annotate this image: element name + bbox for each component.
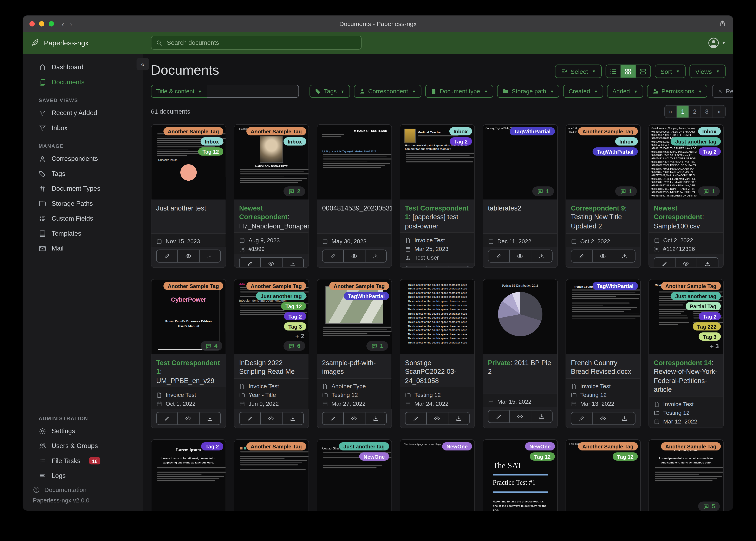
edit-document-button[interactable] [240, 412, 261, 424]
edit-document-button[interactable] [322, 250, 344, 262]
document-card[interactable]: ✻ BANK OF SCOTLAND2,0 % p. a. auf Ihr Ta… [317, 124, 392, 268]
document-thumbnail[interactable]: The SATPractice Test #1Make time to take… [483, 440, 557, 510]
document-card[interactable]: Lorem ipsumLorem ipsum dolor sit amet, c… [151, 439, 226, 511]
tag-chip[interactable]: TagWithPartial [593, 282, 638, 290]
document-thumbnail[interactable]: Lorem ipsumLorem ipsum dolor sit amet, c… [649, 440, 723, 510]
card-correspondent[interactable]: Private [488, 359, 510, 366]
preview-document-button[interactable] [344, 412, 365, 424]
document-thumbnail[interactable]: French Country BreadTagWithPartial [566, 279, 640, 354]
download-document-button[interactable] [200, 412, 220, 424]
document-thumbnail[interactable]: ✻ BANK OF SCOTLAND2,0 % p. a. auf Ihr Ta… [317, 125, 392, 199]
document-thumbnail[interactable]: This is a test for the double space char… [400, 279, 474, 354]
download-document-button[interactable] [365, 250, 386, 262]
edit-document-button[interactable] [157, 250, 178, 262]
card-correspondent[interactable]: Correspondent 14 [654, 359, 712, 366]
edit-document-button[interactable] [405, 412, 427, 424]
page-prev-button[interactable]: « [665, 106, 677, 118]
edit-document-button[interactable] [322, 412, 344, 424]
tag-chip[interactable]: Tag 12 [530, 452, 555, 461]
document-thumbnail[interactable]: Patient BP Distribution 2011 [483, 279, 557, 354]
page-button-3[interactable]: 3 [701, 106, 713, 118]
document-thumbnail[interactable]: Contact Sheet DemoJust another tagNewOne [317, 440, 392, 510]
sidebar-item-settings[interactable]: Settings [23, 423, 143, 438]
document-thumbnail[interactable]: one,1.0 five,5.0Another Sample TagInboxT… [566, 125, 640, 199]
document-thumbnail[interactable]: Lorem ipsumLorem ipsum dolor sit amet, c… [151, 440, 226, 510]
filter-tags[interactable]: Tags▼ [309, 85, 350, 98]
document-card[interactable]: Lorem ipsumLorem ipsum dolor sit amet, c… [649, 439, 724, 511]
sidebar-item-tags[interactable]: Tags [23, 166, 143, 181]
download-document-button[interactable] [200, 250, 220, 262]
document-card[interactable]: Test NameAnother Sample Tag [234, 439, 309, 511]
comment-count-badge[interactable]: 1 [532, 186, 554, 196]
tag-chip[interactable]: Tag 12 [281, 302, 306, 310]
tag-chip[interactable]: Another Sample Tag [578, 127, 638, 136]
tag-chip[interactable]: Inbox [200, 137, 223, 146]
document-card[interactable]: This is a muti page document. Page 1.New… [400, 439, 475, 511]
minimize-window-button[interactable] [39, 21, 44, 26]
download-document-button[interactable] [282, 412, 303, 424]
page-next-button[interactable]: » [713, 106, 725, 118]
preview-document-button[interactable] [676, 258, 697, 268]
sidebar-item-document-types[interactable]: Document Types [23, 181, 143, 196]
card-correspondent[interactable]: Test Correspondent 1 [156, 359, 220, 376]
tag-chip[interactable]: Another Sample Tag [246, 127, 306, 136]
sidebar-item-documentation[interactable]: Documentation [23, 483, 143, 495]
edit-document-button[interactable] [405, 267, 427, 268]
view-mode-list[interactable] [606, 65, 621, 78]
preview-document-button[interactable] [178, 250, 200, 262]
sidebar-item-inbox[interactable]: Inbox [23, 120, 143, 135]
download-document-button[interactable] [531, 410, 552, 422]
document-card[interactable]: The SATPractice Test #1Make time to take… [483, 439, 558, 511]
tag-chip[interactable]: Inbox [283, 137, 306, 146]
download-document-button[interactable] [365, 412, 386, 424]
preview-document-button[interactable] [427, 412, 448, 424]
sidebar-collapse-button[interactable]: « [136, 58, 149, 70]
comment-count-badge[interactable]: 1 [698, 186, 720, 196]
tag-chip[interactable]: TagWithPartial [510, 127, 555, 136]
document-thumbnail[interactable]: Another Sample TagTagWithPartial1 [317, 279, 392, 354]
page-button-2[interactable]: 2 [689, 106, 701, 118]
document-thumbnail[interactable]: Adobe Acrobat PDF FilesCupcake ipsumAnot… [151, 125, 226, 199]
tag-chip[interactable]: Another Sample Tag [246, 282, 306, 290]
preview-document-button[interactable] [261, 258, 282, 268]
download-document-button[interactable] [282, 258, 303, 268]
preview-document-button[interactable] [344, 250, 365, 262]
sidebar-item-file-tasks[interactable]: File Tasks16 [23, 453, 143, 468]
view-mode-detail[interactable] [636, 65, 650, 78]
preview-document-button[interactable] [593, 250, 614, 262]
document-card[interactable]: Medical TeacherHas the new Kirkpatrick g… [400, 124, 475, 268]
tag-chip[interactable]: Tag 12 [613, 452, 638, 461]
tag-chip[interactable]: Inbox [698, 127, 721, 136]
document-card[interactable]: This is a test for the double space char… [400, 279, 475, 428]
card-correspondent[interactable]: Newest Correspondent [654, 204, 702, 221]
tag-chip[interactable]: Just another tag [671, 292, 721, 300]
tag-chip[interactable]: Another Sample Tag [578, 442, 638, 450]
document-card[interactable]: Adobe Acrobat PDF FilesCupcake ipsumAnot… [151, 124, 226, 268]
tag-chip[interactable]: Tag 2 [699, 312, 721, 320]
document-thumbnail[interactable]: Country,Region/State,“Country,RegionTagW… [483, 125, 557, 199]
account-menu[interactable]: ▼ [708, 37, 725, 49]
preview-document-button[interactable] [510, 250, 531, 262]
tag-chip[interactable]: Tag 2 [284, 312, 306, 320]
document-thumbnail[interactable]: Test NameAnother Sample Tag [234, 440, 309, 510]
comment-count-badge[interactable]: 6 [284, 341, 305, 351]
tag-chip[interactable]: Another Sample Tag [246, 442, 306, 450]
comment-count-badge[interactable]: 4 [201, 341, 222, 351]
document-thumbnail[interactable]: Francja pod rNAPOLEON BONAPARTEAnother S… [234, 125, 309, 199]
tag-chip[interactable]: NewOne [359, 452, 389, 461]
tag-chip[interactable]: Tag 2 [699, 148, 721, 156]
comment-count-badge[interactable]: 1 [367, 341, 388, 351]
document-card[interactable]: Patient BP Distribution 2011Private: 201… [483, 279, 558, 428]
document-thumbnail[interactable]: CyberPowerPowerPanel® Business EditionUs… [151, 279, 226, 354]
preview-document-button[interactable] [178, 412, 200, 424]
download-document-button[interactable] [614, 250, 635, 262]
tag-chip[interactable]: Another Sample Tag [163, 127, 223, 136]
tag-chip[interactable]: TagWithPartial [344, 292, 389, 300]
document-card[interactable]: This is a testAnother Sample TagTag 12 [566, 439, 641, 511]
document-card[interactable]: Contact Sheet DemoJust another tagNewOne [317, 439, 392, 511]
comment-count-badge[interactable]: 5 [698, 502, 720, 511]
sidebar-item-mail[interactable]: Mail [23, 241, 143, 256]
tag-chip[interactable]: Another Sample Tag [163, 282, 223, 290]
tag-chip[interactable]: Another Sample Tag [661, 282, 721, 290]
document-card[interactable]: CyberPowerPowerPanel® Business EditionUs… [151, 279, 226, 428]
